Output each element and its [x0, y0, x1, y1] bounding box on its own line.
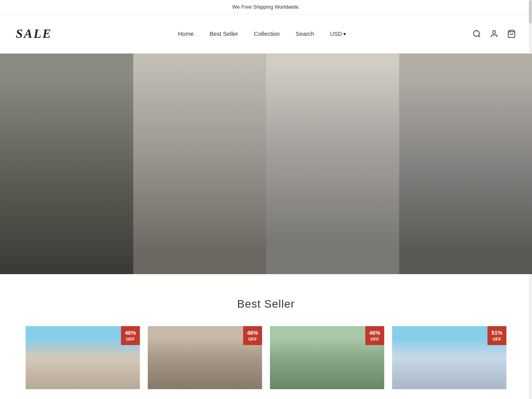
currency-dropdown-arrow: ▾: [343, 31, 346, 37]
best-seller-section: Best Seller 46% OFF 46% OFF 46%: [0, 274, 532, 399]
product-image-2: 46% OFF: [148, 326, 262, 389]
nav-collection[interactable]: Collection: [254, 30, 280, 37]
svg-point-2: [493, 30, 495, 33]
discount-badge-4: 51% OFF: [487, 326, 506, 345]
product-image-1: 46% OFF: [26, 326, 140, 389]
discount-badge-2: 46% OFF: [243, 326, 262, 345]
announcement-bar: We Free Shipping Worldwide.: [0, 0, 532, 14]
hero-banner: [0, 54, 532, 274]
product-card-4[interactable]: 51% OFF: [392, 326, 506, 389]
svg-point-0: [474, 30, 480, 36]
hero-model-2: [133, 54, 266, 274]
discount-percent-4: 51%: [491, 329, 502, 336]
logo[interactable]: SALE: [16, 26, 52, 41]
svg-line-1: [478, 35, 480, 37]
product-image-3: 46% OFF: [270, 326, 384, 389]
discount-off-1: OFF: [125, 336, 136, 342]
best-seller-title: Best Seller: [16, 298, 516, 310]
product-card-2[interactable]: 46% OFF: [148, 326, 262, 389]
hero-fashion-inner: [0, 54, 532, 274]
product-card-1[interactable]: 46% OFF: [26, 326, 140, 389]
discount-off-3: OFF: [369, 336, 380, 342]
discount-off-2: OFF: [247, 336, 258, 342]
scrollbar-thumb[interactable]: [529, 0, 532, 24]
discount-badge-3: 46% OFF: [365, 326, 384, 345]
discount-badge-1: 46% OFF: [121, 326, 140, 345]
hero-model-4: [399, 54, 532, 274]
nav-home[interactable]: Home: [178, 30, 194, 37]
currency-selector[interactable]: USD ▾: [330, 31, 346, 37]
hero-model-3: [266, 54, 399, 274]
nav-search[interactable]: Search: [296, 30, 314, 37]
logo-text: SALE: [16, 26, 52, 41]
discount-percent-2: 46%: [247, 329, 258, 336]
header-icons: [472, 29, 516, 39]
product-card-3[interactable]: 46% OFF: [270, 326, 384, 389]
hero-model-1: [0, 54, 133, 274]
currency-label: USD: [330, 31, 342, 37]
discount-off-4: OFF: [491, 336, 502, 342]
header: SALE Home Best Seller Collection Search …: [0, 14, 532, 54]
search-icon[interactable]: [472, 29, 482, 39]
product-grid: 46% OFF 46% OFF 46% OFF: [16, 326, 516, 389]
main-nav: Home Best Seller Collection Search USD ▾: [178, 30, 346, 37]
account-icon[interactable]: [489, 29, 499, 39]
discount-percent-3: 46%: [369, 329, 380, 336]
cart-icon[interactable]: [507, 29, 516, 39]
discount-percent-1: 46%: [125, 329, 136, 336]
product-image-4: 51% OFF: [392, 326, 506, 389]
nav-best-seller[interactable]: Best Seller: [210, 30, 238, 37]
announcement-text: We Free Shipping Worldwide.: [232, 4, 300, 10]
